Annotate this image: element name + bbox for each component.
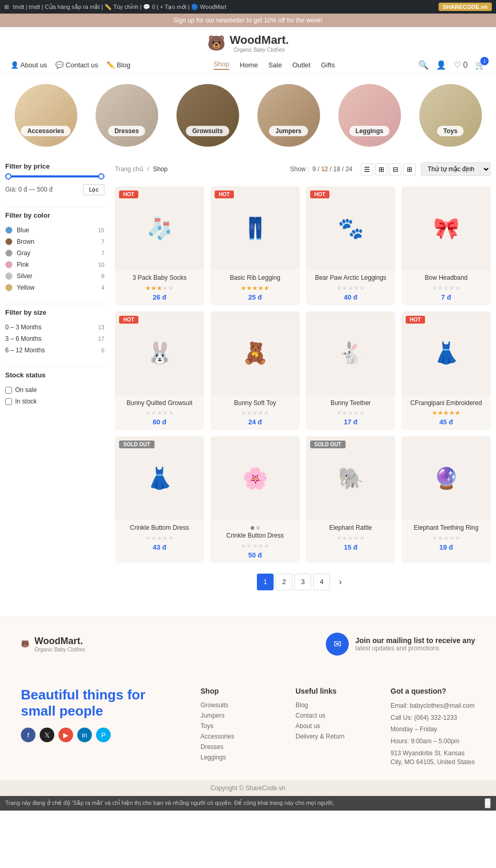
sort-select[interactable]: Thứ tự mặc định Phổ biến nhất Mới nhất G… xyxy=(421,162,491,176)
page-3-btn[interactable]: 3 xyxy=(294,574,311,590)
page-1-btn[interactable]: 1 xyxy=(257,574,274,590)
product-badge-hot-cfrangipani: HOT xyxy=(406,316,425,324)
show-12[interactable]: 12 xyxy=(321,165,328,173)
color-brown[interactable]: Brown 7 xyxy=(5,236,104,247)
stock-on-sale[interactable]: On sale xyxy=(5,384,104,396)
category-circle-accessories: Accessories xyxy=(15,84,77,147)
price-slider-thumb-left[interactable] xyxy=(5,173,11,180)
product-card-elephant-ring[interactable]: 🔮 Elephant Teething Ring ★★★★★ 19 đ xyxy=(401,436,491,563)
header: 🐻 WoodMart. Organic Baby Clothes xyxy=(0,27,496,57)
nav-about[interactable]: 👤 About us xyxy=(10,61,47,69)
nav-outlet[interactable]: Outlet xyxy=(292,61,311,69)
product-img-icon-crinkle-button: 🌸 xyxy=(216,442,294,515)
category-accessories[interactable]: Accessories xyxy=(15,84,77,147)
product-stars-crinkle-button: ★★★★★ xyxy=(215,542,296,550)
category-toys[interactable]: Toys xyxy=(419,84,482,147)
color-blue[interactable]: Blue 15 xyxy=(5,224,104,236)
account-button[interactable]: 👤 xyxy=(436,60,446,70)
stock-in-stock-checkbox[interactable] xyxy=(5,398,12,405)
view-grid-2-btn[interactable]: ⊞ xyxy=(375,163,387,175)
product-stars-headband: ★★★★★ xyxy=(406,284,487,292)
color-gray[interactable]: Gray 7 xyxy=(5,247,104,259)
price-filter-btn[interactable]: Lọc xyxy=(83,184,104,195)
page-next-btn[interactable]: › xyxy=(332,574,349,590)
product-card-teether[interactable]: 🐇 Bunny Teether ★★★★★ 17 đ xyxy=(306,312,395,431)
product-img-icon-cfrangipani: 👗 xyxy=(407,317,486,390)
color-silver[interactable]: Silver 8 xyxy=(5,270,104,282)
size-6-12[interactable]: 6 – 12 Months 6 xyxy=(5,344,104,356)
product-card-crinkle-button[interactable]: 🌸 Crinkle Button Dress ★★★★★ 50 đ xyxy=(210,436,300,563)
content-area: Trang chủ / Shop Show : 9 / 12 / 18 / 24… xyxy=(110,157,491,606)
cart-badge: 1 xyxy=(480,57,489,65)
product-card-arctic[interactable]: HOT 🐾 Bear Paw Arctic Leggings ★★★★★ 40 … xyxy=(306,186,395,305)
social-linkedin-btn[interactable]: in xyxy=(77,728,92,742)
wishlist-button[interactable]: ♡ 0 xyxy=(454,60,468,70)
search-button[interactable]: 🔍 xyxy=(418,60,429,70)
page-4-btn[interactable]: 4 xyxy=(313,574,330,590)
breadcrumb-home[interactable]: Trang chủ xyxy=(115,165,144,173)
product-info-socks: 3 Pack Baby Socks ★★★★★ 26 đ xyxy=(115,270,204,305)
footer-useful-contact[interactable]: Contact us xyxy=(296,712,380,719)
product-info-bunny-toy: Bunny Soft Toy ★★★★★ 24 đ xyxy=(210,395,300,431)
view-grid-3-btn[interactable]: ⊟ xyxy=(389,163,401,175)
footer-col-contact: Got a question? Email: babyclothes@mail.… xyxy=(391,687,475,770)
category-jumpers[interactable]: Jumpers xyxy=(257,84,320,147)
product-card-cfrangipani[interactable]: HOT 👗 CFrangipani Embroidered ★★★★★ 45 đ xyxy=(401,312,491,431)
product-card-bunny-toy[interactable]: 🧸 Bunny Soft Toy ★★★★★ 24 đ xyxy=(210,312,300,431)
product-card-socks[interactable]: HOT 🧦 3 Pack Baby Socks ★★★★★ 26 đ xyxy=(115,186,204,305)
view-list-btn[interactable]: ☰ xyxy=(361,163,373,175)
price-filter-section: Filter by price Giá: 0 đ — 500 đ Lọc xyxy=(5,162,104,196)
social-twitter-btn[interactable]: 𝕏 xyxy=(40,728,54,742)
nav-sale[interactable]: Sale xyxy=(268,61,282,69)
social-youtube-btn[interactable]: ▶ xyxy=(58,728,73,742)
cart-button[interactable]: 🛒1 xyxy=(475,60,486,70)
stock-in-stock[interactable]: In stock xyxy=(5,396,104,407)
size-count-3-6: 17 xyxy=(98,336,104,342)
price-slider-thumb-right[interactable] xyxy=(98,173,104,180)
category-circle-jumpers: Jumpers xyxy=(257,84,320,147)
footer-useful-about[interactable]: About us xyxy=(296,722,380,730)
nav-contact[interactable]: 💬 Contact us xyxy=(55,61,98,69)
product-name-legging: Basic Rib Legging xyxy=(215,274,296,282)
footer-shop-dresses[interactable]: Dresses xyxy=(200,743,285,751)
category-leggings[interactable]: Leggings xyxy=(338,84,401,147)
social-pinterest-btn[interactable]: P xyxy=(96,728,111,742)
size-0-3[interactable]: 0 – 3 Months 13 xyxy=(5,322,104,333)
footer-shop-leggings[interactable]: Leggings xyxy=(200,754,285,761)
view-grid-4-btn[interactable]: ⊞ xyxy=(404,163,416,175)
color-pink[interactable]: Pink 10 xyxy=(5,259,104,270)
footer-shop-jumpers[interactable]: Jumpers xyxy=(200,712,285,719)
nav-home[interactable]: Home xyxy=(240,61,258,69)
footer-shop-growsuits[interactable]: Growsuits xyxy=(200,701,285,709)
page-2-btn[interactable]: 2 xyxy=(276,574,292,590)
product-card-legging[interactable]: HOT 👖 Basic Rib Legging ★★★★★ 25 đ xyxy=(210,186,300,305)
price-slider-track[interactable] xyxy=(5,175,104,177)
social-facebook-btn[interactable]: f xyxy=(21,728,36,742)
stock-on-sale-checkbox[interactable] xyxy=(5,387,12,394)
nav-blog[interactable]: ✏️ Blog xyxy=(107,61,131,69)
show-24[interactable]: 24 xyxy=(346,165,352,173)
status-bar-close[interactable]: × xyxy=(485,798,491,808)
category-dresses[interactable]: Dresses xyxy=(96,84,158,147)
category-growsuits[interactable]: Growsuits xyxy=(176,84,239,147)
footer-shop-toys[interactable]: Toys xyxy=(200,722,285,730)
size-3-6[interactable]: 3 – 6 Months 17 xyxy=(5,333,104,344)
show-9[interactable]: 9 xyxy=(312,165,316,173)
product-badge-hot: HOT xyxy=(119,191,138,198)
product-info-cfrangipani: CFrangipani Embroidered ★★★★★ 45 đ xyxy=(401,395,491,431)
footer-shop-accessories[interactable]: Accessories xyxy=(200,733,285,740)
show-18[interactable]: 18 xyxy=(333,165,340,173)
color-yellow[interactable]: Yellow 4 xyxy=(5,282,104,293)
nav-right: 🔍 👤 ♡ 0 🛒1 xyxy=(418,60,486,70)
product-card-elephant-rattle[interactable]: SOLD OUT 🐘 Elephant Rattle ★★★★★ 15 đ xyxy=(306,436,395,563)
product-stars-cfrangipani: ★★★★★ xyxy=(406,409,487,417)
nav-gifts[interactable]: Gifts xyxy=(321,61,335,69)
product-card-crinkle-buttom[interactable]: SOLD OUT 👗 Crinkle Buttom Dress ★★★★★ 43… xyxy=(115,436,204,563)
product-card-headband[interactable]: 🎀 Bow Headband ★★★★★ 7 đ xyxy=(401,186,491,305)
footer-useful-delivery[interactable]: Delivery & Return xyxy=(296,733,380,740)
footer-useful-blog[interactable]: Blog xyxy=(296,701,380,709)
product-card-growsuit[interactable]: HOT 🐰 Bunny Quilted Growsuit ★★★★★ 60 đ xyxy=(115,312,204,431)
color-name-silver: Silver xyxy=(17,272,97,280)
logo[interactable]: 🐻 WoodMart. Organic Baby Clothes xyxy=(207,33,289,53)
nav-shop[interactable]: Shop xyxy=(214,60,229,70)
